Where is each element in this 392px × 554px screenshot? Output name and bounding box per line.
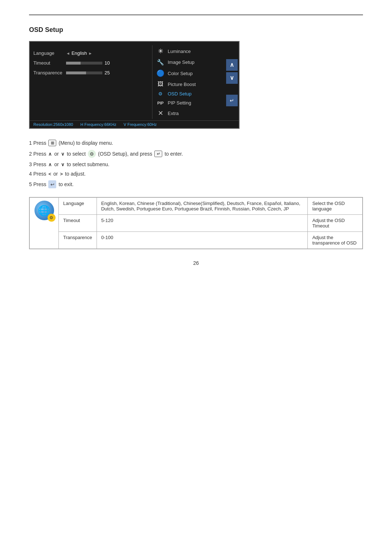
language-label: Language xyxy=(33,50,66,56)
instruction-1: 1 Press ⊞ (Menu) to display menu. xyxy=(29,140,363,146)
language-range: English, Korean, Chinese (Traditional), … xyxy=(97,198,308,215)
down-wedge-icon: ∨ xyxy=(61,151,65,157)
menu-item-color-setup: 🔵 Color Setup xyxy=(152,67,225,79)
luminance-label: Luminance xyxy=(168,49,191,54)
nav-up-button[interactable]: ∧ xyxy=(226,59,238,71)
picture-boost-label: Picture Boost xyxy=(168,82,196,87)
timeout-feature-label: Timeout xyxy=(59,215,97,232)
step-2-end: to enter. xyxy=(164,151,183,157)
step-1-text: 1 Press xyxy=(29,140,46,146)
timeout-range: 5-120 xyxy=(97,215,308,232)
step-4-or: or xyxy=(53,171,58,177)
osd-setup-label: OSD Setup xyxy=(168,91,192,97)
enter-button[interactable]: ↵ xyxy=(226,95,238,106)
picture-boost-icon: 🖼 xyxy=(155,81,166,87)
up-wedge-2-icon: ∧ xyxy=(48,162,52,167)
step-2-text: 2 Press xyxy=(29,151,46,157)
instruction-3: 3 Press ∧ or ∨ to select submenu. xyxy=(29,161,363,167)
monitor-left-panel: Language ◄ English ► Timeout 10 Transpar… xyxy=(30,45,152,119)
step-2-toselect: to select xyxy=(67,151,86,157)
color-setup-label: Color Setup xyxy=(168,71,193,76)
info-table-wrapper: 🌐 ⚙ Language English, Korean, Chinese (T… xyxy=(29,197,363,249)
right-chevron-icon: > xyxy=(60,171,63,177)
step-3-rest: to select submenu. xyxy=(67,161,110,167)
menu-item-extra: ✕ Extra xyxy=(152,107,225,119)
image-setup-label: Image Setup xyxy=(168,59,195,65)
sun-icon: ✳ xyxy=(155,47,166,55)
color-setup-icon: 🔵 xyxy=(155,69,166,77)
step-5-rest: to exit. xyxy=(58,181,73,187)
instruction-5: 5 Press ↩ to exit. xyxy=(29,180,363,188)
transparence-bar xyxy=(66,71,102,74)
language-row: Language ◄ English ► xyxy=(33,48,148,58)
table-row-language: 🌐 ⚙ Language English, Korean, Chinese (T… xyxy=(30,198,363,215)
language-feature-label: Language xyxy=(59,198,97,215)
timeout-description: Adjust the OSD Timeout xyxy=(308,215,363,232)
transparence-label: Transparence xyxy=(33,70,66,75)
menu-key-icon: ⊞ xyxy=(48,140,56,146)
timeout-label: Timeout xyxy=(33,60,66,66)
step-1-rest: (Menu) to display menu. xyxy=(58,140,113,146)
language-value: English xyxy=(72,50,87,56)
instructions-section: 1 Press ⊞ (Menu) to display menu. 2 Pres… xyxy=(29,140,363,188)
table-row-timeout: Timeout 5-120 Adjust the OSD Timeout xyxy=(30,215,363,232)
table-row-transparence: Transparence 0-100 Adjust the transparen… xyxy=(30,232,363,249)
menu-item-osd-setup: ⚙ OSD Setup xyxy=(152,89,225,98)
left-chevron-icon: < xyxy=(48,171,51,177)
transparence-row: Transparence 25 xyxy=(33,68,148,78)
arrow-right-icon: ► xyxy=(89,51,93,56)
step-4-text: 4 Press xyxy=(29,171,46,177)
page-title: OSD Setup xyxy=(29,26,363,34)
status-bar: Resolution:2560x1080 H Frequency:66KHz V… xyxy=(30,120,239,128)
transparence-range: 0-100 xyxy=(97,232,308,249)
page-number: 26 xyxy=(29,260,363,266)
monitor-right-panel: ✳ Luminance 🔧 Image Setup 🔵 Color Setup … xyxy=(152,45,225,119)
transparence-feature-label: Transparence xyxy=(59,232,97,249)
pip-setting-label: PIP Setting xyxy=(168,100,191,106)
menu-item-image-setup: 🔧 Image Setup xyxy=(152,57,225,67)
menu-item-picture-boost: 🖼 Picture Boost xyxy=(152,79,225,89)
transparence-value: 25 xyxy=(105,70,110,75)
enter-key-icon: ↵ xyxy=(154,151,162,157)
step-5-text: 5 Press xyxy=(29,181,46,187)
menu-item-pip-setting: PIP PIP Setting xyxy=(152,98,225,107)
info-table: 🌐 ⚙ Language English, Korean, Chinese (T… xyxy=(29,197,363,249)
arrow-left-icon: ◄ xyxy=(66,51,70,56)
step-3-text: 3 Press xyxy=(29,161,46,167)
transparence-description: Adjust the transparence of OSD xyxy=(308,232,363,249)
timeout-value: 10 xyxy=(105,60,110,66)
image-setup-icon: 🔧 xyxy=(155,59,166,66)
instruction-4: 4 Press < or > to adjust. xyxy=(29,171,363,177)
down-wedge-2-icon: ∨ xyxy=(61,162,65,167)
timeout-row: Timeout 10 xyxy=(33,58,148,68)
monitor-osd-display: Language ◄ English ► Timeout 10 Transpar… xyxy=(29,41,240,129)
language-description: Select the OSD language xyxy=(308,198,363,215)
pip-icon: PIP xyxy=(155,101,166,105)
step-2-rest: (OSD Setup), and press xyxy=(98,151,152,157)
step-4-rest: to adjust. xyxy=(65,171,86,177)
v-freq-status: V Frequency:60Hz xyxy=(124,122,157,127)
exit-inline-icon: ↩ xyxy=(48,180,56,188)
osd-setup-inline-icon: ⚙ xyxy=(88,150,96,158)
step-2-or1: or xyxy=(54,151,58,157)
nav-arrows-panel: ∧ ∨ ↵ xyxy=(225,45,239,119)
menu-item-luminance: ✳ Luminance xyxy=(152,45,225,57)
nav-down-button[interactable]: ∨ xyxy=(226,72,238,84)
instruction-2: 2 Press ∧ or ∨ to select ⚙ (OSD Setup), … xyxy=(29,150,363,158)
up-wedge-icon: ∧ xyxy=(48,151,52,157)
extra-label: Extra xyxy=(168,111,179,116)
extra-icon: ✕ xyxy=(155,109,166,117)
osd-setup-icon: ⚙ xyxy=(155,91,166,97)
step-3-or: or xyxy=(54,161,58,167)
timeout-bar xyxy=(66,62,102,65)
osd-icon-cell: 🌐 ⚙ xyxy=(30,198,59,249)
h-freq-status: H Frequency:66KHz xyxy=(80,122,116,127)
resolution-status: Resolution:2560x1080 xyxy=(33,122,73,127)
